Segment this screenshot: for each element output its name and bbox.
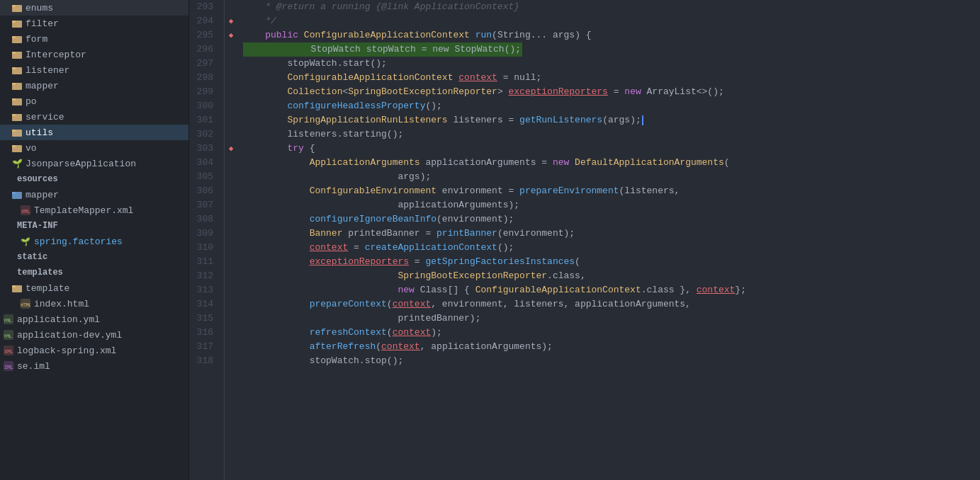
code-token: getRunListeners [519,113,602,127]
sidebar-item-Interceptor[interactable]: Interceptor [0,47,188,62]
sidebar-item-label: utils [26,127,53,138]
code-token: .class }, [641,283,697,297]
code-token: ConfigurableApplicationContext [287,71,453,85]
sidebar-item-static[interactable]: static [0,249,188,265]
sidebar-item-template[interactable]: template [0,280,188,296]
code-token: context [393,297,432,312]
code-token: configureIgnoreBeanInfo [310,212,437,227]
code-token: prepareContext [310,297,387,312]
code-line: applicationArguments); [243,198,980,212]
file-tree: enumsfilterformInterceptorlistenermapper… [0,0,189,480]
sidebar-item-application.yml[interactable]: YMLapplication.yml [0,312,188,327]
sidebar-item-mapper[interactable]: mapper [0,78,188,93]
code-token [569,156,575,170]
code-token: .class, [547,269,586,283]
sidebar-item-label: se.iml [17,361,50,372]
gutter-mark [225,113,237,127]
sidebar-item-vo[interactable]: vo [0,140,188,156]
line-number: 298 [189,71,219,85]
code-token: try [287,142,303,156]
code-token: stopWatch.stop(); [310,354,404,368]
sidebar-item-listener[interactable]: listener [0,62,188,78]
code-line: SpringApplicationRunListeners listeners … [243,113,980,127]
file-icon-folder [11,80,23,91]
sidebar-item-label: template [26,283,69,294]
code-token: ( [376,340,381,354]
code-line: exceptionReporters = getSpringFactoriesI… [243,255,980,269]
code-content[interactable]: * @return a running {@link ApplicationCo… [237,0,980,480]
code-token: context [393,326,432,340]
code-token: Collection [287,85,342,99]
code-line: Banner printedBanner = printBanner(envir… [243,227,980,241]
sidebar-item-TemplateMapper[interactable]: XMLTemplateMapper.xml [0,202,188,218]
code-token: new [553,156,569,170]
file-icon-plain [3,220,14,232]
sidebar-item-spring.factories[interactable]: 🌱spring.factories [0,234,188,249]
line-number: 293 [189,0,219,14]
code-token: refreshContext [310,326,387,340]
code-token: configureHeadlessProperty [287,99,425,113]
sidebar-item-label: form [26,34,47,45]
line-number: 294 [189,14,219,28]
code-token: ConfigurableApplicationContext [304,28,470,42]
code-token: public [265,28,298,42]
sidebar-item-mapper2[interactable]: mapper [0,187,188,202]
file-icon-folder [11,96,23,107]
gutter-mark [225,227,237,241]
gutter-mark [225,42,237,57]
svg-rect-7 [12,52,16,54]
code-token: SpringBootExceptionReporter [398,269,547,283]
file-icon-plain [3,267,14,278]
code-token: }; [735,283,746,297]
line-number: 304 [189,156,219,170]
sidebar-item-index.html[interactable]: HTMLindex.html [0,296,188,312]
sidebar-item-JsonparseApplication[interactable]: 🌱JsonparseApplication [0,156,188,171]
code-token: ); [431,326,442,340]
code-token: listeners = [448,113,519,127]
code-token: afterRefresh [310,340,376,354]
file-icon-xml: XML [20,205,31,216]
code-line: afterRefresh(context, applicationArgumen… [243,340,980,354]
gutter-mark: ◆ [225,14,237,28]
sidebar-item-filter[interactable]: filter [0,16,188,31]
sidebar-item-resources[interactable]: esources [0,171,188,187]
gutter-mark [225,184,237,198]
gutter-mark [225,156,237,170]
code-token: run [475,28,492,42]
sidebar-item-enums[interactable]: enums [0,0,188,16]
code-line: configureIgnoreBeanInfo(environment); [243,212,980,227]
gutter-mark [225,57,237,71]
sidebar-item-utils[interactable]: utils [0,125,188,140]
code-token: (); [497,241,514,255]
sidebar-item-logback-spring.xml[interactable]: XMLlogback-spring.xml [0,343,188,358]
sidebar-item-label: Interceptor [26,50,86,60]
sidebar-item-label: application-dev.yml [17,330,122,341]
code-token: ArrayList<>(); [641,85,724,99]
code-line: prepareContext(context, environment, lis… [243,297,980,312]
code-token: getSpringFactoriesInstances [425,255,575,269]
file-icon-spring-file: 🌱 [20,236,31,247]
sidebar-item-templates[interactable]: templates [0,265,188,280]
sidebar-item-service[interactable]: service [0,109,188,125]
line-number: 296 [189,42,219,57]
sidebar-item-se.iml[interactable]: IMLse.iml [0,358,188,374]
sidebar-item-form[interactable]: form [0,31,188,47]
sidebar-item-application-dev.yml[interactable]: YMLapplication-dev.yml [0,327,188,343]
code-token: ConfigurableApplicationContext [475,283,641,297]
svg-text:IML: IML [4,365,13,370]
sidebar-item-po[interactable]: po [0,93,188,109]
code-token: = [409,255,425,269]
file-icon-yaml: YML [3,314,14,325]
gutter-mark [225,354,237,368]
line-number: 311 [189,255,219,269]
sidebar-item-META-INF[interactable]: META-INF [0,218,188,234]
code-token: , environment, listeners, applicationArg… [431,297,691,312]
code-line: * @return a running {@link ApplicationCo… [243,0,980,14]
sidebar-item-label: META-INF [17,221,58,231]
line-number: 297 [189,57,219,71]
code-line: context = createApplicationContext(); [243,241,980,255]
code-token: ConfigurableEnvironment [310,184,437,198]
line-number: 308 [189,212,219,227]
svg-text:YML: YML [4,318,12,324]
gutter-mark [225,297,237,312]
